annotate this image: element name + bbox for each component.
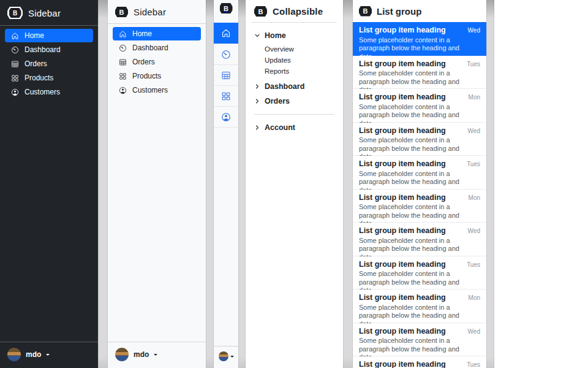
example-divider — [206, 0, 214, 368]
table-icon — [11, 60, 19, 68]
nav-row: Dashboard — [113, 41, 201, 55]
sidebar-icon-item-home[interactable] — [214, 23, 238, 44]
brand-link-light[interactable]: B Sidebar — [108, 0, 206, 23]
list-item-heading: List group item heading — [359, 93, 446, 101]
bootstrap-logo-icon: B — [359, 6, 372, 17]
sidebar-item-customers[interactable]: Customers — [113, 83, 201, 97]
speedometer-icon — [11, 46, 19, 54]
sidebar-item-home[interactable]: Home — [113, 27, 201, 40]
avatar — [115, 348, 129, 361]
sidebar-icon-item-products[interactable] — [214, 86, 238, 107]
list-item-date: Wed — [468, 328, 480, 335]
house-icon — [221, 28, 231, 38]
sidebar-item-label: Customers — [24, 88, 60, 96]
collapsible-item-dashboard[interactable]: Dashboard — [254, 79, 304, 94]
sidebar-item-orders[interactable]: Orders — [5, 57, 93, 71]
caret-down-icon — [154, 354, 157, 358]
collapsible-item-home[interactable]: Home — [254, 28, 286, 43]
collapsible-item-label: Home — [265, 31, 286, 40]
chevron-down-icon — [254, 33, 260, 39]
collapsible-item-label: Orders — [265, 97, 290, 105]
list-item-heading: List group item heading — [359, 260, 446, 269]
list-item-header-row: List group item headingMon — [359, 193, 480, 202]
list-item[interactable]: List group item headingWedSome placehold… — [353, 123, 486, 156]
avatar — [219, 351, 228, 361]
sidebar-item-label: Dashboard — [132, 44, 168, 52]
list-item[interactable]: List group item headingWedSome placehold… — [353, 223, 486, 256]
sidebar-icon-item-dashboard[interactable] — [214, 44, 238, 65]
list-item[interactable]: List group item headingWedSome placehold… — [353, 22, 486, 56]
collapsible-subitem-reports[interactable]: Reports — [254, 66, 289, 77]
table-icon — [221, 71, 231, 80]
list-item-header-row: List group item headingWed — [359, 327, 480, 335]
list-item-heading: List group item heading — [359, 226, 446, 235]
bootstrap-logo-icon: B — [254, 6, 267, 17]
sidebar-item-customers[interactable]: Customers — [5, 85, 93, 99]
user-dropdown-dark[interactable]: mdo — [0, 342, 98, 368]
list-item-date: Wed — [468, 228, 480, 234]
nav-list-light: HomeDashboardOrdersProductsCustomers — [108, 27, 206, 97]
list-item[interactable]: List group item headingTuesSome placehol… — [353, 356, 486, 368]
list-item-header-row: List group item headingWed — [359, 126, 480, 135]
collapsible-subitem-overview[interactable]: Overview — [254, 44, 294, 55]
list-item-header-row: List group item headingTues — [359, 59, 480, 68]
list-item[interactable]: List group item headingWedSome placehold… — [353, 323, 486, 357]
list-item-heading: List group item heading — [359, 26, 446, 34]
sidebar-item-home[interactable]: Home — [5, 29, 93, 42]
chevron-right-icon — [254, 125, 260, 131]
list-item-date: Wed — [468, 128, 480, 134]
list-item-header-row: List group item headingTues — [359, 360, 480, 368]
example-divider — [486, 0, 494, 368]
caret-down-icon — [46, 354, 50, 358]
sidebar-item-label: Orders — [132, 58, 155, 66]
list-item[interactable]: List group item headingTuesSome placehol… — [353, 56, 486, 90]
list-item-heading: List group item heading — [359, 126, 446, 135]
brand-title: Sidebar — [28, 8, 61, 18]
brand-link-dark[interactable]: B Sidebar — [0, 0, 98, 25]
sidebar-item-orders[interactable]: Orders — [113, 55, 201, 69]
list-item[interactable]: List group item headingTuesSome placehol… — [353, 256, 486, 290]
list-item-date: Mon — [469, 94, 480, 101]
list-group: List group item headingWedSome placehold… — [353, 22, 486, 368]
nav-row: Dashboard — [5, 43, 93, 56]
divider — [254, 114, 334, 115]
collapsible-item-orders[interactable]: Orders — [254, 94, 290, 109]
brand-title: Sidebar — [134, 7, 166, 17]
list-item-date: Mon — [469, 194, 480, 201]
user-dropdown-light[interactable]: mdo — [108, 342, 206, 368]
sidebar-item-dashboard[interactable]: Dashboard — [5, 43, 93, 56]
sidebar-item-label: Orders — [24, 59, 47, 68]
sidebar-item-dashboard[interactable]: Dashboard — [113, 41, 201, 55]
sidebar-icon-item-orders[interactable] — [214, 65, 238, 86]
speedometer-icon — [119, 44, 127, 52]
list-item-header-row: List group item headingTues — [359, 260, 480, 269]
list-item[interactable]: List group item headingMonSome placehold… — [353, 89, 486, 123]
list-item[interactable]: List group item headingTuesSome placehol… — [353, 156, 486, 190]
brand-title: List group — [377, 6, 421, 17]
list-item-date: Tues — [467, 161, 480, 167]
list-item-heading: List group item heading — [359, 193, 446, 202]
nav-row: Customers — [113, 83, 201, 97]
collapsible-item-label: Account — [265, 123, 295, 132]
collapsible-item-account[interactable]: Account — [254, 120, 295, 135]
brand-link-list-group[interactable]: B List group — [353, 0, 486, 22]
list-item-date: Mon — [469, 294, 480, 301]
list-item-heading: List group item heading — [359, 59, 446, 68]
sidebar-item-products[interactable]: Products — [113, 69, 201, 83]
brand-link-icons[interactable]: B — [220, 3, 233, 13]
list-item-header-row: List group item headingMon — [359, 293, 480, 302]
user-dropdown-icons[interactable] — [214, 346, 238, 368]
list-item-date: Tues — [467, 261, 480, 268]
sidebar-item-label: Products — [24, 74, 53, 82]
list-item-header-row: List group item headingTues — [359, 159, 480, 168]
list-item[interactable]: List group item headingMonSome placehold… — [353, 289, 486, 323]
nav-row: Home — [5, 29, 93, 42]
sidebar-icon-item-customers[interactable] — [214, 107, 238, 128]
icon-nav-list — [214, 23, 238, 128]
grid-icon — [119, 72, 127, 80]
collapsible-subitem-updates[interactable]: Updates — [254, 55, 291, 66]
sidebar-item-products[interactable]: Products — [5, 71, 93, 85]
list-item[interactable]: List group item headingMonSome placehold… — [353, 190, 486, 223]
speedometer-icon — [221, 50, 231, 59]
brand-link-collapsible[interactable]: B Collapsible — [246, 0, 343, 22]
